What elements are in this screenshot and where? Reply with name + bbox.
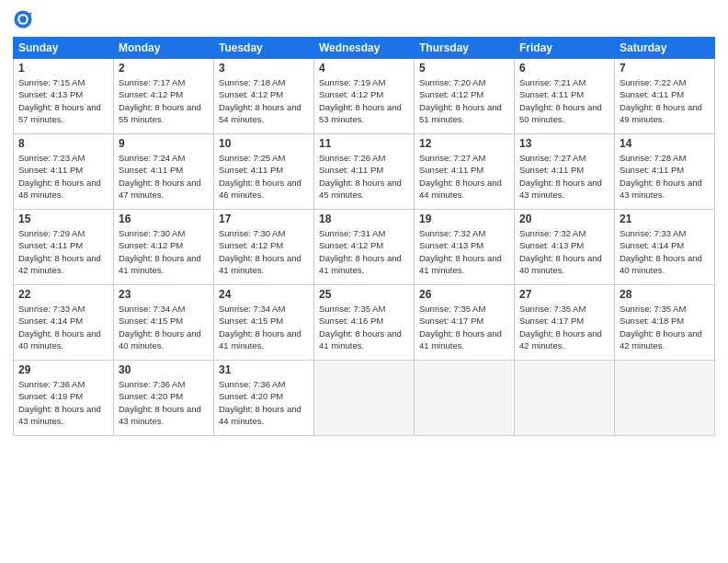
day-cell: 13 Sunrise: 7:27 AMSunset: 4:11 PMDaylig… — [515, 134, 615, 210]
day-number: 28 — [620, 288, 710, 301]
col-header-thursday: Thursday — [415, 38, 515, 59]
day-cell: 6 Sunrise: 7:21 AMSunset: 4:11 PMDayligh… — [515, 59, 615, 134]
day-number: 16 — [119, 213, 209, 225]
calendar-page: SundayMondayTuesdayWednesdayThursdayFrid… — [0, 0, 728, 563]
day-info: Sunrise: 7:30 AMSunset: 4:12 PMDaylight:… — [219, 228, 301, 275]
calendar-table: SundayMondayTuesdayWednesdayThursdayFrid… — [13, 37, 715, 436]
day-cell: 4 Sunrise: 7:19 AMSunset: 4:12 PMDayligh… — [314, 59, 415, 134]
day-info: Sunrise: 7:20 AMSunset: 4:12 PMDaylight:… — [419, 77, 502, 124]
day-info: Sunrise: 7:17 AMSunset: 4:12 PMDaylight:… — [119, 77, 201, 124]
day-info: Sunrise: 7:35 AMSunset: 4:17 PMDaylight:… — [419, 304, 502, 350]
day-cell: 23 Sunrise: 7:34 AMSunset: 4:15 PMDaylig… — [114, 285, 214, 361]
day-cell: 29 Sunrise: 7:36 AMSunset: 4:19 PMDaylig… — [14, 361, 114, 436]
day-cell: 8 Sunrise: 7:23 AMSunset: 4:11 PMDayligh… — [14, 134, 114, 210]
week-row-4: 22 Sunrise: 7:33 AMSunset: 4:14 PMDaylig… — [14, 285, 715, 361]
day-cell — [415, 361, 515, 436]
day-cell: 3 Sunrise: 7:18 AMSunset: 4:12 PMDayligh… — [214, 59, 314, 134]
day-number: 13 — [519, 137, 609, 150]
day-number: 29 — [18, 363, 108, 376]
day-info: Sunrise: 7:26 AMSunset: 4:11 PMDaylight:… — [319, 153, 402, 200]
day-info: Sunrise: 7:35 AMSunset: 4:18 PMDaylight:… — [620, 304, 702, 350]
col-header-saturday: Saturday — [615, 38, 715, 59]
col-header-tuesday: Tuesday — [214, 38, 314, 59]
day-info: Sunrise: 7:15 AMSunset: 4:13 PMDaylight:… — [18, 77, 101, 124]
day-info: Sunrise: 7:35 AMSunset: 4:16 PMDaylight:… — [319, 304, 402, 350]
day-cell: 19 Sunrise: 7:32 AMSunset: 4:13 PMDaylig… — [415, 210, 515, 285]
day-number: 3 — [219, 62, 309, 75]
day-number: 7 — [620, 62, 710, 75]
day-number: 14 — [620, 137, 710, 150]
day-cell: 21 Sunrise: 7:33 AMSunset: 4:14 PMDaylig… — [615, 210, 715, 285]
day-cell: 9 Sunrise: 7:24 AMSunset: 4:11 PMDayligh… — [114, 134, 214, 210]
day-number: 4 — [319, 62, 409, 75]
day-info: Sunrise: 7:32 AMSunset: 4:13 PMDaylight:… — [519, 228, 602, 275]
day-number: 23 — [119, 288, 209, 301]
day-cell: 28 Sunrise: 7:35 AMSunset: 4:18 PMDaylig… — [615, 285, 715, 361]
day-cell: 10 Sunrise: 7:25 AMSunset: 4:11 PMDaylig… — [214, 134, 314, 210]
logo-icon — [13, 9, 33, 29]
day-info: Sunrise: 7:33 AMSunset: 4:14 PMDaylight:… — [18, 304, 101, 350]
day-cell: 1 Sunrise: 7:15 AMSunset: 4:13 PMDayligh… — [14, 59, 114, 134]
week-row-3: 15 Sunrise: 7:29 AMSunset: 4:11 PMDaylig… — [14, 210, 715, 285]
day-cell: 26 Sunrise: 7:35 AMSunset: 4:17 PMDaylig… — [415, 285, 515, 361]
day-number: 31 — [219, 363, 309, 376]
day-number: 6 — [519, 62, 609, 75]
day-cell: 18 Sunrise: 7:31 AMSunset: 4:12 PMDaylig… — [314, 210, 415, 285]
day-info: Sunrise: 7:34 AMSunset: 4:15 PMDaylight:… — [119, 304, 201, 350]
header — [13, 9, 715, 29]
day-cell: 16 Sunrise: 7:30 AMSunset: 4:12 PMDaylig… — [114, 210, 214, 285]
day-cell — [314, 361, 415, 436]
day-info: Sunrise: 7:30 AMSunset: 4:12 PMDaylight:… — [119, 228, 201, 275]
day-info: Sunrise: 7:21 AMSunset: 4:11 PMDaylight:… — [519, 77, 602, 124]
day-info: Sunrise: 7:33 AMSunset: 4:14 PMDaylight:… — [620, 228, 702, 275]
day-info: Sunrise: 7:19 AMSunset: 4:12 PMDaylight:… — [319, 77, 402, 124]
day-info: Sunrise: 7:27 AMSunset: 4:11 PMDaylight:… — [419, 153, 502, 200]
day-number: 25 — [319, 288, 409, 301]
day-cell: 7 Sunrise: 7:22 AMSunset: 4:11 PMDayligh… — [615, 59, 715, 134]
day-number: 19 — [419, 213, 509, 225]
day-cell: 31 Sunrise: 7:36 AMSunset: 4:20 PMDaylig… — [214, 361, 314, 436]
day-cell: 27 Sunrise: 7:35 AMSunset: 4:17 PMDaylig… — [515, 285, 615, 361]
day-number: 26 — [419, 288, 509, 301]
col-header-sunday: Sunday — [14, 38, 114, 59]
day-number: 5 — [419, 62, 509, 75]
day-info: Sunrise: 7:29 AMSunset: 4:11 PMDaylight:… — [18, 228, 101, 275]
day-number: 22 — [18, 288, 108, 301]
day-cell: 17 Sunrise: 7:30 AMSunset: 4:12 PMDaylig… — [214, 210, 314, 285]
day-cell: 5 Sunrise: 7:20 AMSunset: 4:12 PMDayligh… — [415, 59, 515, 134]
day-info: Sunrise: 7:24 AMSunset: 4:11 PMDaylight:… — [119, 153, 201, 200]
day-cell: 2 Sunrise: 7:17 AMSunset: 4:12 PMDayligh… — [114, 59, 214, 134]
day-cell: 30 Sunrise: 7:36 AMSunset: 4:20 PMDaylig… — [114, 361, 214, 436]
week-row-1: 1 Sunrise: 7:15 AMSunset: 4:13 PMDayligh… — [14, 59, 715, 134]
day-cell: 25 Sunrise: 7:35 AMSunset: 4:16 PMDaylig… — [314, 285, 415, 361]
day-number: 17 — [219, 213, 309, 225]
day-number: 10 — [219, 137, 309, 150]
svg-point-2 — [19, 16, 26, 22]
day-info: Sunrise: 7:25 AMSunset: 4:11 PMDaylight:… — [219, 153, 301, 200]
day-cell: 20 Sunrise: 7:32 AMSunset: 4:13 PMDaylig… — [515, 210, 615, 285]
day-cell — [615, 361, 715, 436]
day-number: 20 — [519, 213, 609, 225]
day-info: Sunrise: 7:18 AMSunset: 4:12 PMDaylight:… — [219, 77, 301, 124]
day-number: 9 — [119, 137, 209, 150]
logo — [13, 9, 37, 29]
day-cell — [515, 361, 615, 436]
day-info: Sunrise: 7:32 AMSunset: 4:13 PMDaylight:… — [419, 228, 502, 275]
header-row: SundayMondayTuesdayWednesdayThursdayFrid… — [14, 38, 715, 59]
day-info: Sunrise: 7:23 AMSunset: 4:11 PMDaylight:… — [18, 153, 101, 200]
day-number: 15 — [18, 213, 108, 225]
day-number: 11 — [319, 137, 409, 150]
day-info: Sunrise: 7:22 AMSunset: 4:11 PMDaylight:… — [620, 77, 702, 124]
day-info: Sunrise: 7:36 AMSunset: 4:19 PMDaylight:… — [18, 379, 101, 426]
day-info: Sunrise: 7:27 AMSunset: 4:11 PMDaylight:… — [519, 153, 602, 200]
day-info: Sunrise: 7:35 AMSunset: 4:17 PMDaylight:… — [519, 304, 602, 350]
col-header-wednesday: Wednesday — [314, 38, 415, 59]
day-info: Sunrise: 7:34 AMSunset: 4:15 PMDaylight:… — [219, 304, 301, 350]
day-cell: 22 Sunrise: 7:33 AMSunset: 4:14 PMDaylig… — [14, 285, 114, 361]
day-info: Sunrise: 7:31 AMSunset: 4:12 PMDaylight:… — [319, 228, 402, 275]
day-number: 21 — [620, 213, 710, 225]
day-info: Sunrise: 7:28 AMSunset: 4:11 PMDaylight:… — [620, 153, 702, 200]
day-number: 24 — [219, 288, 309, 301]
day-info: Sunrise: 7:36 AMSunset: 4:20 PMDaylight:… — [219, 379, 301, 426]
col-header-friday: Friday — [515, 38, 615, 59]
